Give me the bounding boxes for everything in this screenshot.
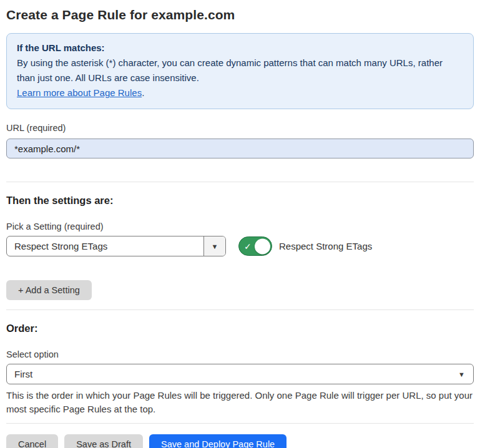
url-input[interactable] — [6, 139, 474, 158]
setting-select-value: Respect Strong ETags — [7, 236, 203, 256]
save-deploy-button[interactable]: Save and Deploy Page Rule — [149, 434, 287, 448]
divider — [6, 309, 474, 310]
toggle-label: Respect Strong ETags — [279, 241, 372, 251]
save-draft-button[interactable]: Save as Draft — [64, 434, 143, 448]
order-select[interactable]: First ▼ — [6, 364, 474, 384]
setting-row: Respect Strong ETags ▼ ✓ Respect Strong … — [6, 236, 474, 256]
check-icon: ✓ — [244, 241, 252, 251]
cancel-button[interactable]: Cancel — [6, 434, 58, 448]
setting-select-arrow-segment[interactable]: ▼ — [203, 236, 225, 256]
info-box-body-text: By using the asterisk (*) character, you… — [17, 57, 443, 83]
etag-toggle[interactable]: ✓ — [238, 236, 272, 256]
learn-more-link[interactable]: Learn more about Page Rules — [17, 87, 142, 98]
order-section-heading: Order: — [6, 323, 474, 334]
order-help-text: This is the order in which your Page Rul… — [6, 389, 474, 416]
create-page-rule-form: Create a Page Rule for example.com If th… — [0, 0, 480, 448]
link-suffix: . — [142, 87, 144, 98]
add-setting-button[interactable]: + Add a Setting — [6, 280, 92, 300]
order-select-label: Select option — [6, 349, 474, 359]
toggle-knob — [255, 238, 270, 254]
chevron-down-icon: ▼ — [458, 371, 465, 378]
pick-setting-label: Pick a Setting (required) — [6, 222, 474, 231]
info-box-body: By using the asterisk (*) character, you… — [17, 56, 463, 85]
page-title: Create a Page Rule for example.com — [6, 7, 474, 22]
setting-select[interactable]: Respect Strong ETags ▼ — [6, 236, 226, 256]
divider — [6, 423, 474, 424]
info-box-link-line: Learn more about Page Rules. — [17, 85, 463, 100]
divider — [6, 182, 474, 182]
chevron-down-icon: ▼ — [212, 243, 218, 250]
settings-section-heading: Then the settings are: — [6, 195, 474, 207]
action-buttons: Cancel Save as Draft Save and Deploy Pag… — [6, 434, 474, 448]
url-field-label: URL (required) — [6, 123, 474, 133]
info-box-heading: If the URL matches: — [17, 41, 463, 56]
order-select-value: First — [7, 364, 473, 384]
url-match-info-box: If the URL matches: By using the asteris… — [6, 33, 474, 109]
